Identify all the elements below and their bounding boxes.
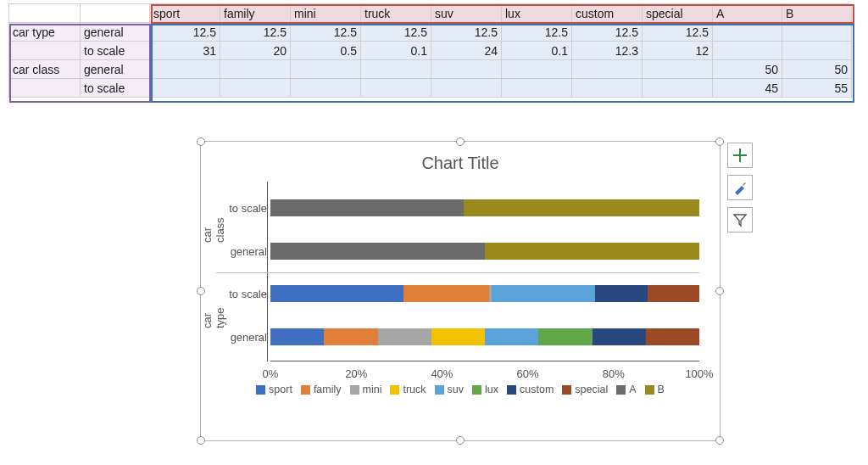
legend-item-sport[interactable]: sport <box>256 384 292 395</box>
cell[interactable] <box>431 60 502 79</box>
cell[interactable] <box>150 60 220 79</box>
cell[interactable]: 12.5 <box>643 23 713 42</box>
legend-item-A[interactable]: A <box>616 384 636 395</box>
cell[interactable]: 45 <box>713 79 782 98</box>
bar-segment-B[interactable] <box>485 243 699 260</box>
cell[interactable]: 20 <box>220 42 291 60</box>
legend-item-custom[interactable]: custom <box>507 384 554 395</box>
cell[interactable] <box>572 60 643 79</box>
col-header[interactable]: A <box>713 4 782 23</box>
bar-segment-A[interactable] <box>270 199 464 216</box>
legend-item-B[interactable]: B <box>645 384 665 395</box>
row-group-label[interactable]: car type <box>9 23 81 42</box>
bar-segment-lux[interactable] <box>538 328 592 345</box>
row-group-label[interactable] <box>9 79 81 98</box>
bar-segment-custom[interactable] <box>595 285 648 302</box>
cell[interactable] <box>361 79 431 98</box>
cell[interactable]: 12.5 <box>291 23 361 42</box>
row-sub-label[interactable]: general <box>81 60 150 79</box>
cell[interactable] <box>291 79 361 98</box>
cell[interactable]: 50 <box>713 60 782 79</box>
cell[interactable] <box>502 79 572 98</box>
row-group-label[interactable]: car class <box>9 60 81 79</box>
bar-segment-sport[interactable] <box>270 285 403 302</box>
cell[interactable]: 12.5 <box>220 23 291 42</box>
bar-segment-suv[interactable] <box>492 285 594 302</box>
bar-segment-special[interactable] <box>648 285 699 302</box>
cell[interactable]: 50 <box>782 60 852 79</box>
bar[interactable] <box>270 328 699 345</box>
cell[interactable] <box>150 79 220 98</box>
cell[interactable] <box>782 42 852 60</box>
chart-title[interactable]: Chart Title <box>201 142 720 176</box>
legend-item-special[interactable]: special <box>562 384 608 395</box>
cell[interactable] <box>220 79 291 98</box>
cell[interactable] <box>572 79 643 98</box>
plot-area[interactable]: to scalegeneralto scalegeneralcar classc… <box>270 176 699 380</box>
bar-segment-A[interactable] <box>270 243 485 260</box>
resize-handle[interactable] <box>197 436 205 445</box>
cell[interactable] <box>291 60 361 79</box>
bar-segment-family[interactable] <box>403 285 489 302</box>
bar-segment-special[interactable] <box>646 328 699 345</box>
resize-handle[interactable] <box>715 287 724 295</box>
bar-segment-sport[interactable] <box>270 328 324 345</box>
cell[interactable]: 12 <box>643 42 713 60</box>
cell[interactable]: 12.5 <box>150 23 220 42</box>
legend-item-mini[interactable]: mini <box>350 384 382 395</box>
bar-segment-family[interactable] <box>324 328 377 345</box>
chart-object[interactable]: Chart Title to scalegeneralto scalegener… <box>200 141 721 441</box>
legend-item-lux[interactable]: lux <box>472 384 498 395</box>
cell[interactable] <box>713 23 782 42</box>
bar[interactable] <box>270 243 699 260</box>
cell[interactable]: 0.5 <box>291 42 361 60</box>
resize-handle[interactable] <box>197 137 205 146</box>
cell[interactable]: 55 <box>782 79 852 98</box>
cell[interactable]: 12.3 <box>572 42 643 60</box>
cell[interactable]: 12.5 <box>361 23 431 42</box>
cell[interactable]: 12.5 <box>502 23 572 42</box>
col-header[interactable]: custom <box>572 4 643 23</box>
legend-item-truck[interactable]: truck <box>390 384 426 395</box>
chart-styles-button[interactable] <box>727 175 753 200</box>
resize-handle[interactable] <box>715 137 724 146</box>
legend-item-family[interactable]: family <box>301 384 342 395</box>
resize-handle[interactable] <box>715 436 724 445</box>
cell[interactable] <box>502 60 572 79</box>
col-header[interactable]: family <box>220 4 291 23</box>
chart-filter-button[interactable] <box>727 207 753 232</box>
bar[interactable] <box>270 199 699 216</box>
cell[interactable]: 12.5 <box>572 23 643 42</box>
resize-handle[interactable] <box>197 287 205 295</box>
row-group-label[interactable] <box>9 42 81 60</box>
col-header[interactable]: B <box>782 4 852 23</box>
row-sub-label[interactable]: to scale <box>81 79 150 98</box>
bar-segment-mini[interactable] <box>378 328 431 345</box>
cell[interactable] <box>643 60 713 79</box>
chart-elements-button[interactable] <box>727 143 753 168</box>
resize-handle[interactable] <box>456 137 465 146</box>
cell[interactable] <box>782 23 852 42</box>
bar-segment-B[interactable] <box>464 199 699 216</box>
data-table[interactable]: sportfamilyminitrucksuvluxcustomspecialA… <box>8 3 852 98</box>
cell[interactable]: 0.1 <box>361 42 431 60</box>
resize-handle[interactable] <box>456 436 465 445</box>
bar[interactable] <box>270 285 699 302</box>
bar-segment-truck[interactable] <box>431 328 485 345</box>
cell[interactable] <box>713 42 782 60</box>
cell[interactable] <box>431 79 502 98</box>
col-header[interactable]: truck <box>361 4 431 23</box>
row-sub-label[interactable]: general <box>81 23 150 42</box>
col-header[interactable]: special <box>643 4 713 23</box>
cell[interactable] <box>361 60 431 79</box>
spreadsheet-area[interactable]: sportfamilyminitrucksuvluxcustomspecialA… <box>0 0 868 98</box>
col-header[interactable]: sport <box>150 4 220 23</box>
bar-segment-custom[interactable] <box>593 328 646 345</box>
cell[interactable] <box>220 60 291 79</box>
cell[interactable]: 24 <box>431 42 502 60</box>
cell[interactable]: 0.1 <box>502 42 572 60</box>
col-header[interactable]: lux <box>502 4 572 23</box>
col-header[interactable]: mini <box>291 4 361 23</box>
col-header[interactable]: suv <box>431 4 502 23</box>
cell[interactable]: 12.5 <box>431 23 502 42</box>
